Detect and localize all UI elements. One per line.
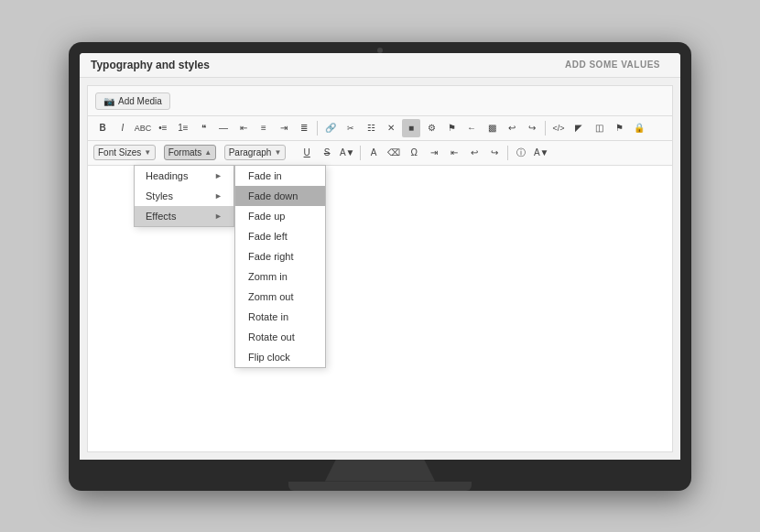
grid-button[interactable]: ■ xyxy=(402,119,420,137)
undo2-button[interactable]: ↩ xyxy=(465,144,483,162)
add-media-label: Add Media xyxy=(118,96,162,106)
formats-arrow-icon: ▲ xyxy=(204,148,212,157)
unlink-button[interactable]: ✂ xyxy=(342,119,360,137)
tb-separator-4 xyxy=(507,146,508,160)
font-sizes-label: Font Sizes xyxy=(98,147,141,157)
align-justify-button[interactable]: ≣ xyxy=(295,119,313,137)
effects-item-rotate-out[interactable]: Rotate out xyxy=(235,327,325,347)
rotate-out-label: Rotate out xyxy=(248,331,295,342)
effects-item-zomm-out[interactable]: Zomm out xyxy=(235,287,325,307)
formats-dropdown[interactable]: Formats ▲ xyxy=(164,145,217,160)
toolbar-row-1: B I ABC •≡ 1≡ ❝ — ⇤ ≡ ⇥ ≣ 🔗 ✂ ☷ ✕ ■ xyxy=(88,116,672,141)
help-button[interactable]: ⓘ xyxy=(512,144,530,162)
paragraph-label: Paragraph xyxy=(229,147,272,157)
rotate-in-label: Rotate in xyxy=(248,311,288,322)
settings-button[interactable]: ⚙ xyxy=(422,119,440,137)
undo-button[interactable]: ↩ xyxy=(503,119,521,137)
headings-submenu-arrow: ► xyxy=(214,171,223,180)
paragraph-arrow-icon: ▼ xyxy=(274,148,281,157)
fade-up-label: Fade up xyxy=(248,211,285,222)
formats-menu-item-styles[interactable]: Styles ► xyxy=(135,186,233,206)
effects-submenu: Fade in Fade down Fade up Fade left Fade xyxy=(234,165,326,368)
italic-button[interactable]: I xyxy=(114,119,132,137)
headings-label: Headings xyxy=(146,170,188,181)
pin-button[interactable]: ⚑ xyxy=(610,119,628,137)
font-sizes-arrow-icon: ▼ xyxy=(144,148,151,157)
split-button[interactable]: ◫ xyxy=(590,119,608,137)
quote-button[interactable]: ❝ xyxy=(194,119,212,137)
styles-submenu-arrow: ► xyxy=(214,191,223,201)
tb-separator-2 xyxy=(545,121,546,136)
special-chars-button[interactable]: Ω xyxy=(405,144,423,162)
fade-in-label: Fade in xyxy=(248,170,282,181)
delete-table-button[interactable]: ✕ xyxy=(382,119,400,137)
formats-menu: Headings ► Styles ► Effects ► xyxy=(134,165,234,227)
box-button[interactable]: ▩ xyxy=(483,119,501,137)
tb-separator-1 xyxy=(317,121,318,136)
strikethrough2-button[interactable]: S xyxy=(318,144,336,162)
monitor-screen: Typography and styles ADD SOME VALUES 📷 … xyxy=(80,53,680,460)
title-bar: Typography and styles ADD SOME VALUES xyxy=(80,53,680,78)
fade-right-label: Fade right xyxy=(248,251,294,262)
fade-down-label: Fade down xyxy=(248,190,298,201)
effects-item-fade-right[interactable]: Fade right xyxy=(235,246,325,266)
ul-button[interactable]: •≡ xyxy=(154,119,172,137)
zomm-in-label: Zomm in xyxy=(248,271,288,282)
lock-button[interactable]: 🔒 xyxy=(630,119,648,137)
monitor-stand xyxy=(325,460,435,482)
paragraph-dropdown[interactable]: Paragraph ▼ xyxy=(224,145,287,160)
clear-format-button[interactable]: ⌫ xyxy=(385,144,403,162)
text-bg-button[interactable]: A xyxy=(364,144,383,162)
editor-area: 📷 Add Media B I ABC •≡ 1≡ ❝ — ⇤ ≡ ⇥ ≣ xyxy=(87,85,673,452)
underline-button[interactable]: U xyxy=(298,144,316,162)
add-media-button[interactable]: 📷 Add Media xyxy=(95,92,170,110)
code-button[interactable]: </> xyxy=(549,119,568,137)
align-center-button[interactable]: ≡ xyxy=(255,119,273,137)
redo-button[interactable]: ↪ xyxy=(523,119,541,137)
flip-clock-label: Flip clock xyxy=(248,352,290,363)
effects-item-rotate-in[interactable]: Rotate in xyxy=(235,307,325,327)
hr-button[interactable]: — xyxy=(214,119,233,137)
flag-button[interactable]: ⚑ xyxy=(442,119,461,137)
add-values-link[interactable]: ADD SOME VALUES xyxy=(565,60,660,70)
strikethrough-button[interactable]: ABC xyxy=(134,119,152,137)
formats-label: Formats xyxy=(168,147,202,157)
camera-dot xyxy=(377,48,383,53)
add-media-icon: 📷 xyxy=(103,96,114,106)
toolbar-row-2: Font Sizes ▼ Formats ▲ Paragraph ▼ U xyxy=(88,141,672,166)
formats-menu-item-effects[interactable]: Effects ► xyxy=(135,206,233,226)
effects-item-fade-down[interactable]: Fade down xyxy=(235,186,325,206)
source-button[interactable]: A▼ xyxy=(532,144,550,162)
font-sizes-dropdown[interactable]: Font Sizes ▼ xyxy=(93,145,156,160)
effects-item-fade-in[interactable]: Fade in xyxy=(235,166,325,186)
effects-label: Effects xyxy=(146,211,176,222)
zomm-out-label: Zomm out xyxy=(248,291,294,302)
arrow-button[interactable]: ← xyxy=(462,119,481,137)
fade-left-label: Fade left xyxy=(248,231,288,242)
page-title: Typography and styles xyxy=(91,59,210,71)
link-button[interactable]: 🔗 xyxy=(321,119,340,137)
fullscreen-button[interactable]: ◤ xyxy=(570,119,588,137)
add-media-bar: 📷 Add Media xyxy=(88,86,672,116)
ol-button[interactable]: 1≡ xyxy=(174,119,192,137)
indent-button[interactable]: ⇥ xyxy=(425,144,443,162)
effects-submenu-arrow: ► xyxy=(214,212,223,221)
effects-item-fade-up[interactable]: Fade up xyxy=(235,206,325,226)
align-right-button[interactable]: ⇥ xyxy=(275,119,293,137)
effects-item-fade-left[interactable]: Fade left xyxy=(235,226,325,246)
align-left-button[interactable]: ⇤ xyxy=(234,119,253,137)
monitor-outer: Typography and styles ADD SOME VALUES 📷 … xyxy=(69,42,691,491)
text-color-button[interactable]: A▼ xyxy=(338,144,356,162)
screen-content: Typography and styles ADD SOME VALUES 📷 … xyxy=(80,53,680,460)
outdent-button[interactable]: ⇤ xyxy=(445,144,463,162)
tb-separator-3 xyxy=(360,146,361,160)
effects-item-flip-clock[interactable]: Flip clock xyxy=(235,347,325,367)
formats-menu-item-headings[interactable]: Headings ► xyxy=(135,166,233,186)
styles-label: Styles xyxy=(146,190,173,201)
bold-button[interactable]: B xyxy=(93,119,112,137)
effects-item-zomm-in[interactable]: Zomm in xyxy=(235,266,325,287)
table-button[interactable]: ☷ xyxy=(362,119,380,137)
monitor-base xyxy=(288,482,472,491)
redo2-button[interactable]: ↪ xyxy=(485,144,504,162)
